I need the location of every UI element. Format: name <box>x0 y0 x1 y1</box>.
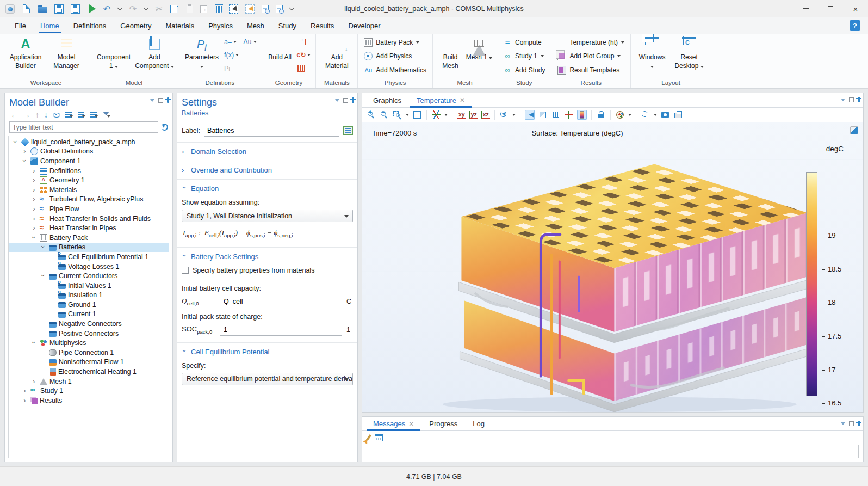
undo-dropdown-icon[interactable] <box>117 5 123 11</box>
tree-item-nonisothermal-flow-1[interactable]: Nonisothermal Flow 1 <box>9 358 169 367</box>
tab-temperature[interactable]: Temperature✕ <box>409 93 473 108</box>
default-view-icon[interactable] <box>431 110 441 120</box>
tree-item-current-conductors[interactable]: Current Conductors <box>9 271 169 281</box>
temperature-plot-button[interactable]: Temperature (ht) <box>555 38 627 47</box>
variables-button[interactable]: a= <box>223 38 238 46</box>
menu-definitions[interactable]: Definitions <box>66 17 114 34</box>
close-tab-icon[interactable]: ✕ <box>460 96 465 104</box>
view-xz-icon[interactable]: xz <box>481 111 490 119</box>
compute-button[interactable]: =Compute <box>501 38 547 47</box>
deselect-box-icon[interactable] <box>245 4 255 14</box>
open-table-window-icon[interactable] <box>375 434 383 441</box>
panel-maximize-icon[interactable] <box>158 98 163 103</box>
copy-icon[interactable] <box>172 6 178 13</box>
tree-item-battery-pack[interactable]: Battery Pack <box>9 233 169 243</box>
tree-item-cell-equilibrium-potential-1[interactable]: Cell Equilibrium Potential 1 <box>9 252 169 262</box>
tab-messages[interactable]: Messages✕ <box>365 417 421 431</box>
tree-item-multiphysics[interactable]: Multiphysics <box>9 338 169 348</box>
menu-home[interactable]: Home <box>33 17 66 34</box>
minimize-button[interactable] <box>793 0 818 17</box>
result-templates-button[interactable]: Result Templates <box>555 65 627 75</box>
functions-button[interactable]: f(x) <box>223 51 240 59</box>
panel-maximize-icon[interactable] <box>849 421 854 426</box>
panel-pin-icon[interactable] <box>858 97 860 102</box>
tab-progress[interactable]: Progress <box>421 417 465 431</box>
menu-mesh[interactable]: Mesh <box>240 17 271 34</box>
save-icon[interactable] <box>54 4 64 14</box>
model-manager-button[interactable]: Model Manager <box>47 34 86 78</box>
rotate-view-icon[interactable] <box>499 110 509 120</box>
build-all-button[interactable]: Build All <box>266 34 294 78</box>
tree-item-batteries[interactable]: Batteries <box>9 243 169 253</box>
tree-item-heat-transfer-pipes[interactable]: Heat Transfer in Pipes <box>9 223 169 233</box>
filter-icon[interactable] <box>103 112 109 119</box>
tree-item-electrochemical-heating-1[interactable]: Electrochemical Heating 1 <box>9 367 169 377</box>
tree-item-global-definitions[interactable]: Global Definitions <box>9 147 169 157</box>
soc-input[interactable] <box>220 324 342 336</box>
zoom-in-icon[interactable] <box>367 110 376 120</box>
image-settings-icon[interactable] <box>615 110 625 120</box>
zoom-out-icon[interactable] <box>380 110 389 120</box>
reset-desktop-button[interactable]: Reset Desktop <box>671 34 707 78</box>
show-grid-icon[interactable] <box>551 110 561 120</box>
open-file-icon[interactable] <box>38 7 47 13</box>
help-button[interactable]: ? <box>850 20 860 31</box>
add-plot-group-button[interactable]: Add Plot Group <box>555 51 627 61</box>
tree-item-materials[interactable]: Materials <box>9 185 169 195</box>
menu-file[interactable]: File <box>8 17 33 34</box>
tree-item-root[interactable]: liquid_cooled_battery_pack_a.mph <box>9 137 169 147</box>
label-input[interactable] <box>204 125 339 137</box>
tree-item-turbulent-flow[interactable]: Turbulent Flow, Algebraic yPlus <box>9 195 169 205</box>
section-cell-equilibrium-potential[interactable]: ›Cell Equilibrium Potential <box>177 343 357 361</box>
mesh-1-button[interactable]: Mesh 1 <box>466 34 493 78</box>
tree-item-mesh-1[interactable]: Mesh 1 <box>9 377 169 386</box>
virtual-operations-button[interactable] <box>296 64 312 72</box>
transparency-icon[interactable] <box>538 110 548 120</box>
tree-item-voltage-losses-1[interactable]: Voltage Losses 1 <box>9 262 169 272</box>
redo-dropdown-icon[interactable] <box>144 5 149 11</box>
close-tab-icon[interactable]: ✕ <box>408 420 414 428</box>
panel-menu-icon[interactable] <box>335 99 339 102</box>
menu-developer[interactable]: Developer <box>341 17 387 34</box>
windows-button[interactable]: Windows <box>635 34 669 78</box>
snapshot-icon[interactable] <box>660 110 670 120</box>
update-plot-icon[interactable] <box>641 110 650 120</box>
menu-results[interactable]: Results <box>303 17 341 34</box>
application-builder-button[interactable]: A Application Builder <box>6 34 45 78</box>
tree-item-pipe-connection-1[interactable]: Pipe Connection 1 <box>9 348 169 358</box>
tree-item-ground-1[interactable]: Ground 1 <box>9 300 169 310</box>
tree-item-positive-connectors[interactable]: Positive Connectors <box>9 329 169 339</box>
show-color-legend-icon[interactable] <box>577 110 587 120</box>
add-physics-button[interactable]: Add Physics <box>362 51 429 61</box>
graphics-canvas[interactable]: Time=72000 s Surface: Temperature (degC)… <box>362 122 863 412</box>
rename-icon[interactable] <box>343 126 353 135</box>
zoom-extents-icon[interactable] <box>412 110 422 120</box>
delete-icon[interactable] <box>216 6 222 13</box>
battery-pack-interface-button[interactable]: Battery Pack <box>362 38 429 47</box>
panel-maximize-icon[interactable] <box>849 97 854 102</box>
panel-menu-icon[interactable] <box>841 99 845 101</box>
tree-item-current-1[interactable]: Current 1 <box>9 310 169 319</box>
specify-properties-checkbox[interactable] <box>182 267 189 274</box>
panel-menu-icon[interactable] <box>841 422 845 425</box>
tab-log[interactable]: Log <box>465 417 492 431</box>
move-down-icon[interactable]: ↓ <box>44 110 48 119</box>
save-as-icon[interactable] <box>71 4 80 14</box>
tree-item-geometry-1[interactable]: Geometry 1 <box>9 175 169 185</box>
select-box-icon[interactable] <box>229 4 238 14</box>
capacity-input[interactable] <box>220 296 342 307</box>
add-component-button[interactable]: Add Component <box>135 34 174 78</box>
tree-item-heat-transfer-solids-fluids[interactable]: Heat Transfer in Solids and Fluids <box>9 214 169 224</box>
section-equation[interactable]: ›Equation <box>177 180 357 198</box>
tree-item-insulation-1[interactable]: Insulation 1 <box>9 291 169 300</box>
print-icon[interactable] <box>673 110 683 120</box>
find-icon[interactable] <box>262 5 269 13</box>
plot-window-icon[interactable] <box>850 126 858 134</box>
parameters-button[interactable]: Pi Parameters <box>182 34 221 78</box>
equation-study-select[interactable]: Study 1, Wall Distance Initialization <box>182 210 353 222</box>
panel-menu-icon[interactable] <box>150 99 154 102</box>
tab-graphics[interactable]: Graphics <box>365 93 409 108</box>
menu-study[interactable]: Study <box>271 17 303 34</box>
cell-equilibrium-select[interactable]: Reference equilibrium potential and temp… <box>182 373 353 385</box>
show-axis-icon[interactable] <box>564 110 574 120</box>
